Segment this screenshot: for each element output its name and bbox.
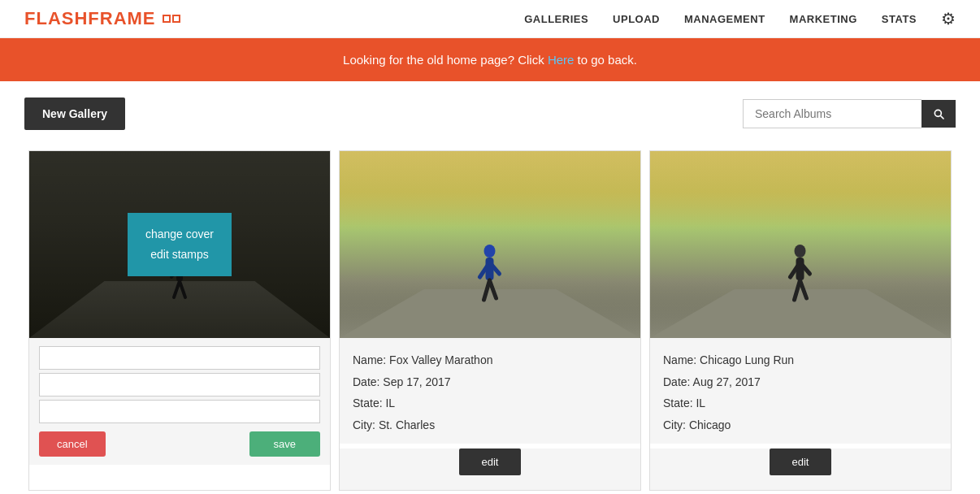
search-icon: [932, 107, 945, 120]
card-3-date: Date: Aug 27, 2017: [663, 371, 938, 393]
svg-line-11: [490, 280, 497, 298]
card-1-city-input[interactable]: Chicago: [39, 400, 320, 423]
card-2-name: Name: Fox Valley Marathon: [353, 349, 627, 371]
card-3-city: City: Chicago: [663, 414, 938, 436]
header: FLASHFRAME GALLERIES UPLOAD MANAGEMENT M…: [0, 0, 980, 38]
settings-icon[interactable]: ⚙: [941, 9, 956, 28]
gallery-card-3: Name: Chicago Lung Run Date: Aug 27, 201…: [649, 150, 952, 491]
card-3-name: Name: Chicago Lung Run: [663, 349, 938, 371]
card-3-edit-button[interactable]: edit: [770, 448, 832, 475]
card-1-image: change cover edit stamps: [29, 151, 330, 338]
svg-point-12: [795, 245, 806, 258]
search-area: [743, 99, 956, 128]
nav-management[interactable]: MANAGEMENT: [684, 13, 765, 25]
card-1-buttons: cancel save: [39, 431, 320, 457]
banner-link[interactable]: Here: [548, 53, 575, 67]
card-2-city: City: St. Charles: [353, 414, 627, 436]
svg-line-17: [800, 280, 807, 298]
cancel-button[interactable]: cancel: [39, 431, 106, 457]
nav-galleries[interactable]: GALLERIES: [524, 13, 588, 25]
nav-marketing[interactable]: MARKETING: [790, 13, 857, 25]
new-gallery-button[interactable]: New Gallery: [24, 98, 125, 130]
card-1-form: Chicago, IL Marathon 2017 IL Chicago can…: [29, 338, 330, 465]
gallery-card-2: Name: Fox Valley Marathon Date: Sep 17, …: [339, 150, 641, 491]
logo-icon: [163, 15, 180, 23]
search-button[interactable]: [921, 100, 956, 128]
gallery-card-1: change cover edit stamps Chicago, IL Mar…: [28, 150, 331, 491]
card-3-image: [650, 151, 951, 338]
card-3-details: Name: Chicago Lung Run Date: Aug 27, 201…: [650, 338, 951, 444]
card-1-name-input[interactable]: Chicago, IL Marathon 2017: [39, 346, 320, 370]
card-1-state-input[interactable]: IL: [39, 373, 320, 396]
card-2-image: [340, 151, 640, 338]
svg-point-6: [484, 245, 496, 258]
banner-text-before: Looking for the old home page? Click: [343, 53, 548, 67]
nav-upload[interactable]: UPLOAD: [613, 13, 660, 25]
card-2-edit-button[interactable]: edit: [459, 448, 522, 475]
banner-text-after: to go back.: [574, 53, 637, 67]
notification-banner: Looking for the old home page? Click Her…: [0, 38, 980, 81]
main-nav: GALLERIES UPLOAD MANAGEMENT MARKETING ST…: [524, 9, 956, 28]
runner-silhouette-3: [783, 245, 819, 314]
card-3-state: State: IL: [663, 392, 938, 414]
overlay-menu[interactable]: change cover edit stamps: [128, 213, 232, 276]
save-button[interactable]: save: [249, 431, 320, 457]
card-2-date: Date: Sep 17, 2017: [353, 371, 627, 393]
runner-silhouette-2: [472, 245, 509, 314]
nav-stats[interactable]: STATS: [882, 13, 917, 25]
card-2-details: Name: Fox Valley Marathon Date: Sep 17, …: [340, 338, 640, 444]
change-cover-option[interactable]: change cover: [145, 224, 214, 245]
gallery-grid: change cover edit stamps Chicago, IL Mar…: [0, 146, 980, 494]
logo-text: FLASHFRAME: [24, 8, 156, 29]
search-input[interactable]: [743, 99, 921, 128]
card-2-state: State: IL: [353, 392, 627, 414]
card-1-overlay: change cover edit stamps: [29, 151, 330, 338]
logo: FLASHFRAME: [24, 8, 180, 29]
toolbar: New Gallery: [0, 81, 980, 146]
edit-stamps-option[interactable]: edit stamps: [145, 245, 214, 265]
